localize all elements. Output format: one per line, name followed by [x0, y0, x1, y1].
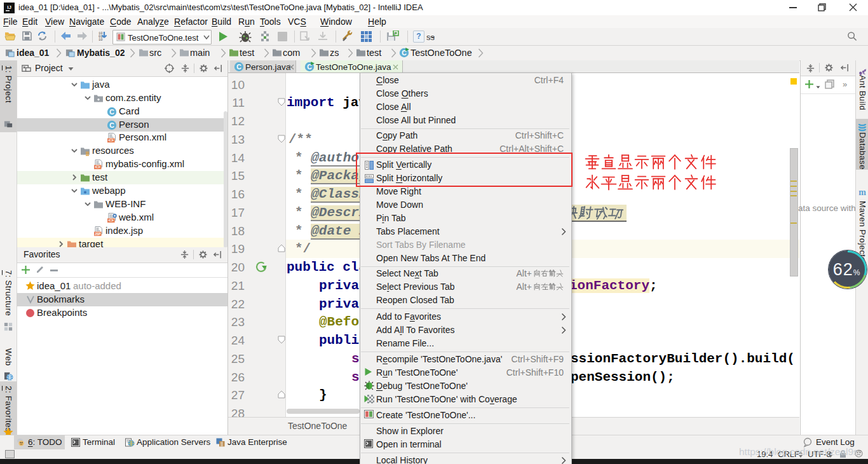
svg-text:<>: <>	[109, 218, 114, 222]
svg-text:C: C	[109, 108, 114, 116]
svg-text:IJ: IJ	[7, 4, 11, 10]
svg-text:<>: <>	[109, 138, 114, 142]
svg-text:JSP: JSP	[95, 232, 101, 236]
svg-text:<>: <>	[95, 165, 100, 169]
svg-text:C: C	[236, 63, 241, 71]
svg-text:m: m	[858, 188, 866, 196]
svg-text:10: 10	[98, 38, 103, 42]
svg-text:C: C	[109, 121, 114, 129]
